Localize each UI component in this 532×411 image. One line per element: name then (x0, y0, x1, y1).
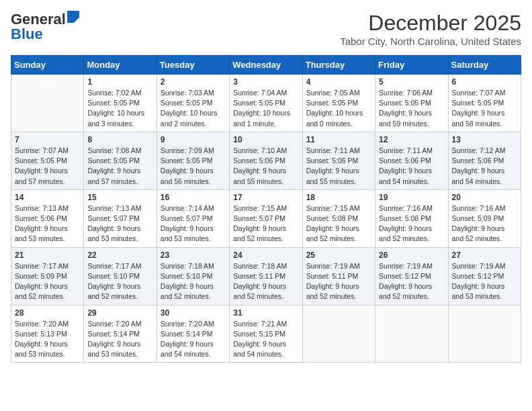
cell-content: Sunrise: 7:08 AMSunset: 5:05 PMDaylight:… (87, 146, 152, 187)
cell-content: Sunrise: 7:17 AMSunset: 5:09 PMDaylight:… (15, 261, 80, 302)
calendar-cell: 29Sunrise: 7:20 AMSunset: 5:14 PMDayligh… (84, 305, 157, 363)
day-number: 24 (233, 250, 298, 260)
cell-content: Sunrise: 7:04 AMSunset: 5:05 PMDaylight:… (233, 88, 298, 129)
cell-content: Sunrise: 7:16 AMSunset: 5:09 PMDaylight:… (452, 203, 517, 244)
calendar-cell: 10Sunrise: 7:10 AMSunset: 5:06 PMDayligh… (230, 132, 302, 189)
day-number: 27 (452, 250, 517, 260)
cell-content: Sunrise: 7:11 AMSunset: 5:06 PMDaylight:… (306, 146, 371, 187)
day-number: 7 (15, 135, 80, 144)
calendar-cell: 5Sunrise: 7:06 AMSunset: 5:05 PMDaylight… (375, 75, 448, 132)
weekday-header-friday: Friday (375, 56, 448, 75)
cell-content: Sunrise: 7:17 AMSunset: 5:10 PMDaylight:… (87, 261, 152, 302)
day-number: 15 (87, 193, 152, 202)
calendar-week-row: 14Sunrise: 7:13 AMSunset: 5:06 PMDayligh… (11, 189, 521, 247)
calendar-cell: 12Sunrise: 7:11 AMSunset: 5:06 PMDayligh… (375, 132, 448, 189)
day-number: 3 (233, 77, 298, 87)
day-number: 29 (87, 308, 152, 318)
calendar-cell: 4Sunrise: 7:05 AMSunset: 5:05 PMDaylight… (302, 75, 375, 132)
title-block: December 2025 Tabor City, North Carolina… (340, 11, 521, 47)
calendar-cell: 11Sunrise: 7:11 AMSunset: 5:06 PMDayligh… (302, 132, 375, 189)
cell-content: Sunrise: 7:16 AMSunset: 5:08 PMDaylight:… (379, 203, 444, 244)
cell-content: Sunrise: 7:07 AMSunset: 5:05 PMDaylight:… (452, 88, 517, 129)
day-number: 13 (452, 135, 517, 144)
logo: General Blue (11, 11, 79, 43)
cell-content: Sunrise: 7:18 AMSunset: 5:10 PMDaylight:… (161, 261, 226, 302)
calendar-cell: 7Sunrise: 7:07 AMSunset: 5:05 PMDaylight… (11, 132, 84, 189)
calendar-cell: 24Sunrise: 7:18 AMSunset: 5:11 PMDayligh… (230, 247, 302, 305)
cell-content: Sunrise: 7:19 AMSunset: 5:12 PMDaylight:… (452, 261, 517, 302)
weekday-header-tuesday: Tuesday (157, 56, 229, 75)
calendar-cell: 21Sunrise: 7:17 AMSunset: 5:09 PMDayligh… (11, 247, 84, 305)
cell-content: Sunrise: 7:07 AMSunset: 5:05 PMDaylight:… (15, 146, 80, 187)
cell-content: Sunrise: 7:20 AMSunset: 5:14 PMDaylight:… (87, 319, 152, 360)
day-number: 12 (379, 135, 444, 144)
day-number: 19 (379, 193, 444, 202)
calendar-cell: 3Sunrise: 7:04 AMSunset: 5:05 PMDaylight… (230, 75, 302, 132)
calendar-cell (11, 75, 84, 132)
calendar-cell: 20Sunrise: 7:16 AMSunset: 5:09 PMDayligh… (448, 189, 521, 247)
calendar-cell: 15Sunrise: 7:13 AMSunset: 5:07 PMDayligh… (84, 189, 157, 247)
day-number: 6 (452, 77, 517, 87)
day-number: 25 (306, 250, 371, 260)
day-number: 5 (379, 77, 444, 87)
day-number: 31 (233, 308, 298, 318)
svg-marker-0 (67, 11, 79, 23)
weekday-header-saturday: Saturday (448, 56, 521, 75)
calendar-cell: 17Sunrise: 7:15 AMSunset: 5:07 PMDayligh… (230, 189, 302, 247)
calendar-cell: 6Sunrise: 7:07 AMSunset: 5:05 PMDaylight… (448, 75, 521, 132)
cell-content: Sunrise: 7:19 AMSunset: 5:12 PMDaylight:… (379, 261, 444, 302)
logo-blue-text: Blue (11, 26, 43, 43)
cell-content: Sunrise: 7:15 AMSunset: 5:07 PMDaylight:… (233, 203, 298, 244)
calendar-cell: 27Sunrise: 7:19 AMSunset: 5:12 PMDayligh… (448, 247, 521, 305)
cell-content: Sunrise: 7:20 AMSunset: 5:14 PMDaylight:… (161, 319, 226, 360)
calendar-week-row: 28Sunrise: 7:20 AMSunset: 5:13 PMDayligh… (11, 305, 521, 363)
calendar-cell: 13Sunrise: 7:12 AMSunset: 5:06 PMDayligh… (448, 132, 521, 189)
cell-content: Sunrise: 7:03 AMSunset: 5:05 PMDaylight:… (161, 88, 226, 129)
cell-content: Sunrise: 7:19 AMSunset: 5:11 PMDaylight:… (306, 261, 371, 302)
month-title: December 2025 (340, 11, 521, 36)
day-number: 18 (306, 193, 371, 202)
cell-content: Sunrise: 7:12 AMSunset: 5:06 PMDaylight:… (452, 146, 517, 187)
calendar-cell: 23Sunrise: 7:18 AMSunset: 5:10 PMDayligh… (157, 247, 229, 305)
calendar-cell: 19Sunrise: 7:16 AMSunset: 5:08 PMDayligh… (375, 189, 448, 247)
calendar-cell (375, 305, 448, 363)
calendar-table: SundayMondayTuesdayWednesdayThursdayFrid… (11, 55, 521, 363)
day-number: 26 (379, 250, 444, 260)
cell-content: Sunrise: 7:10 AMSunset: 5:06 PMDaylight:… (233, 146, 298, 187)
calendar-cell (302, 305, 375, 363)
cell-content: Sunrise: 7:13 AMSunset: 5:07 PMDaylight:… (87, 203, 152, 244)
calendar-cell: 16Sunrise: 7:14 AMSunset: 5:07 PMDayligh… (157, 189, 229, 247)
calendar-cell: 9Sunrise: 7:09 AMSunset: 5:05 PMDaylight… (157, 132, 229, 189)
calendar-cell (448, 305, 521, 363)
calendar-week-row: 21Sunrise: 7:17 AMSunset: 5:09 PMDayligh… (11, 247, 521, 305)
cell-content: Sunrise: 7:11 AMSunset: 5:06 PMDaylight:… (379, 146, 444, 187)
logo-triangle-icon (67, 11, 79, 23)
cell-content: Sunrise: 7:21 AMSunset: 5:15 PMDaylight:… (233, 319, 298, 360)
calendar-cell: 26Sunrise: 7:19 AMSunset: 5:12 PMDayligh… (375, 247, 448, 305)
calendar-cell: 14Sunrise: 7:13 AMSunset: 5:06 PMDayligh… (11, 189, 84, 247)
cell-content: Sunrise: 7:15 AMSunset: 5:08 PMDaylight:… (306, 203, 371, 244)
day-number: 1 (87, 77, 152, 87)
calendar-week-row: 7Sunrise: 7:07 AMSunset: 5:05 PMDaylight… (11, 132, 521, 189)
calendar-cell: 25Sunrise: 7:19 AMSunset: 5:11 PMDayligh… (302, 247, 375, 305)
cell-content: Sunrise: 7:14 AMSunset: 5:07 PMDaylight:… (161, 203, 226, 244)
day-number: 11 (306, 135, 371, 144)
page-header: General Blue December 2025 Tabor City, N… (11, 11, 521, 47)
calendar-cell: 18Sunrise: 7:15 AMSunset: 5:08 PMDayligh… (302, 189, 375, 247)
cell-content: Sunrise: 7:20 AMSunset: 5:13 PMDaylight:… (15, 319, 80, 360)
calendar-cell: 28Sunrise: 7:20 AMSunset: 5:13 PMDayligh… (11, 305, 84, 363)
day-number: 8 (87, 135, 152, 144)
calendar-cell: 1Sunrise: 7:02 AMSunset: 5:05 PMDaylight… (84, 75, 157, 132)
cell-content: Sunrise: 7:05 AMSunset: 5:05 PMDaylight:… (306, 88, 371, 129)
weekday-header-row: SundayMondayTuesdayWednesdayThursdayFrid… (11, 56, 521, 75)
calendar-week-row: 1Sunrise: 7:02 AMSunset: 5:05 PMDaylight… (11, 75, 521, 132)
calendar-cell: 30Sunrise: 7:20 AMSunset: 5:14 PMDayligh… (157, 305, 229, 363)
day-number: 9 (161, 135, 226, 144)
cell-content: Sunrise: 7:13 AMSunset: 5:06 PMDaylight:… (15, 203, 80, 244)
cell-content: Sunrise: 7:18 AMSunset: 5:11 PMDaylight:… (233, 261, 298, 302)
day-number: 28 (15, 308, 80, 318)
calendar-cell: 2Sunrise: 7:03 AMSunset: 5:05 PMDaylight… (157, 75, 229, 132)
weekday-header-thursday: Thursday (302, 56, 375, 75)
day-number: 16 (161, 193, 226, 202)
day-number: 22 (87, 250, 152, 260)
